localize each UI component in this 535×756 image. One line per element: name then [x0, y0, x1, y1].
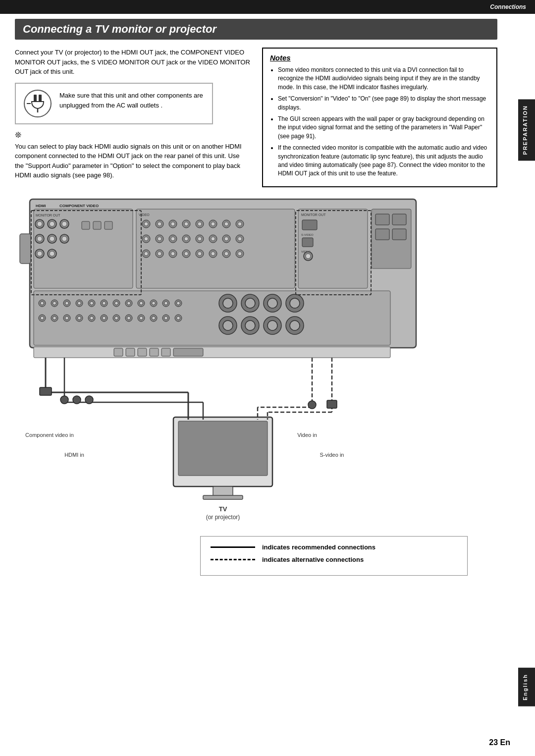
- svg-point-106: [115, 301, 118, 305]
- svg-rect-159: [114, 348, 123, 356]
- svg-point-66: [158, 252, 161, 256]
- page-title: Connecting a TV monitor or projector: [15, 19, 497, 40]
- svg-text:(or projector): (or projector): [206, 514, 240, 521]
- svg-point-86: [306, 254, 311, 259]
- legend-solid: indicates recommended connections: [211, 543, 457, 551]
- svg-point-98: [65, 301, 69, 305]
- svg-point-96: [53, 301, 56, 305]
- svg-rect-90: [375, 229, 389, 240]
- svg-point-184: [308, 401, 316, 409]
- svg-point-120: [53, 316, 56, 320]
- svg-point-116: [177, 301, 180, 305]
- svg-text:HDMI: HDMI: [36, 204, 46, 208]
- svg-text:TV: TV: [219, 505, 227, 513]
- svg-point-76: [224, 252, 228, 256]
- svg-text:Video in: Video in: [297, 432, 317, 438]
- svg-point-70: [184, 252, 188, 256]
- svg-rect-89: [392, 214, 406, 225]
- svg-rect-164: [173, 348, 203, 356]
- dashed-label: indicates alternative connections: [262, 556, 364, 563]
- svg-point-136: [152, 316, 156, 320]
- svg-point-74: [211, 252, 215, 256]
- svg-point-13: [50, 221, 54, 226]
- legend-dashed: indicates alternative connections: [211, 556, 457, 563]
- svg-rect-162: [150, 348, 159, 356]
- svg-rect-158: [34, 347, 390, 358]
- svg-rect-160: [126, 348, 135, 356]
- svg-point-68: [171, 252, 175, 256]
- svg-point-138: [164, 316, 168, 320]
- note-item-3: The GUI screen appears with the wall pap…: [278, 115, 489, 141]
- svg-point-100: [78, 301, 81, 305]
- svg-point-132: [127, 316, 131, 320]
- note-item-1: Some video monitors connected to this un…: [278, 66, 489, 92]
- tip-text: You can select to play back HDMI audio s…: [15, 142, 250, 180]
- svg-point-150: [223, 321, 233, 330]
- svg-point-148: [290, 298, 300, 308]
- svg-point-32: [144, 222, 148, 226]
- svg-rect-188: [327, 400, 337, 408]
- svg-point-38: [184, 222, 188, 226]
- svg-point-11: [37, 221, 42, 226]
- svg-point-17: [37, 236, 42, 241]
- svg-rect-2: [39, 95, 42, 102]
- legend-box: indicates recommended connections indica…: [200, 536, 468, 576]
- svg-rect-27: [93, 221, 101, 229]
- svg-point-156: [290, 321, 300, 330]
- svg-point-62: [238, 237, 242, 241]
- svg-point-130: [115, 316, 118, 320]
- svg-point-34: [158, 222, 161, 226]
- preparation-tab: PREPARATION: [518, 99, 535, 161]
- svg-point-110: [140, 301, 143, 305]
- tip-icon: ❊: [15, 130, 250, 140]
- solid-line-indicator: [211, 546, 255, 548]
- svg-point-152: [245, 321, 255, 330]
- english-tab: English: [518, 668, 535, 706]
- solid-label: indicates recommended connections: [262, 543, 375, 551]
- svg-rect-1: [34, 95, 37, 102]
- svg-point-104: [103, 301, 106, 305]
- svg-point-140: [177, 316, 180, 320]
- svg-text:HDMI in: HDMI in: [64, 452, 84, 458]
- svg-text:MONITOR OUT: MONITOR OUT: [301, 213, 326, 216]
- svg-point-50: [158, 237, 161, 241]
- svg-rect-161: [138, 348, 147, 356]
- notes-list: Some video monitors connected to this un…: [270, 66, 489, 178]
- svg-rect-170: [203, 495, 243, 499]
- svg-rect-83: [302, 238, 313, 247]
- svg-point-134: [140, 316, 143, 320]
- warning-text: Make sure that this unit and other compo…: [59, 91, 205, 110]
- svg-text:S-VIDEO: S-VIDEO: [301, 233, 314, 236]
- svg-text:VIDEO: VIDEO: [139, 213, 150, 216]
- svg-point-21: [62, 236, 67, 241]
- svg-point-118: [41, 316, 44, 320]
- svg-rect-26: [82, 221, 90, 229]
- svg-point-25: [50, 251, 54, 256]
- svg-point-23: [37, 251, 42, 256]
- svg-rect-91: [392, 229, 406, 240]
- page-number: 23 En: [489, 738, 510, 747]
- svg-rect-88: [375, 214, 389, 225]
- svg-text:COMPONENT VIDEO: COMPONENT VIDEO: [59, 204, 99, 208]
- svg-point-112: [152, 301, 156, 305]
- svg-text:MONITOR OUT: MONITOR OUT: [36, 214, 60, 217]
- notes-title: Notes: [270, 54, 489, 62]
- svg-point-52: [171, 237, 175, 241]
- svg-point-44: [224, 222, 228, 226]
- svg-point-78: [238, 252, 242, 256]
- intro-text: Connect your TV (or projector) to the HD…: [15, 48, 250, 77]
- svg-point-72: [198, 252, 202, 256]
- svg-point-128: [103, 316, 106, 320]
- svg-point-154: [268, 321, 277, 330]
- tip-section: ❊ You can select to play back HDMI audio…: [15, 130, 250, 180]
- svg-point-178: [60, 396, 68, 404]
- svg-point-146: [268, 298, 277, 308]
- svg-rect-28: [105, 221, 112, 229]
- svg-point-46: [238, 222, 242, 226]
- svg-point-58: [211, 237, 215, 241]
- svg-point-15: [62, 221, 67, 226]
- svg-point-142: [223, 298, 233, 308]
- svg-point-144: [245, 298, 255, 308]
- svg-point-40: [198, 222, 202, 226]
- svg-point-60: [224, 237, 228, 241]
